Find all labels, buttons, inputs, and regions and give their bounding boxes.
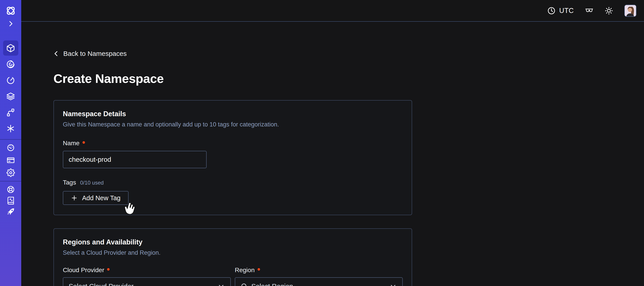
- timezone-button[interactable]: UTC: [547, 6, 574, 15]
- cloud-provider-label: Cloud Provider: [63, 267, 231, 274]
- gauge-icon: [6, 143, 15, 152]
- sidebar-item-credit-card[interactable]: [4, 154, 18, 166]
- topbar: UTC: [21, 0, 644, 22]
- tags-header: Tags 0/10 used: [63, 179, 403, 186]
- region-fields-row: Cloud Provider Select Cloud Provider Reg…: [63, 267, 403, 286]
- cube-icon: [6, 43, 15, 53]
- cloud-provider-placeholder: Select Cloud Provider: [69, 283, 214, 286]
- sidebar-item-spiral[interactable]: [3, 56, 18, 72]
- glasses-button[interactable]: [585, 6, 594, 15]
- sidebar-expand-button[interactable]: [6, 19, 15, 28]
- required-dot: [258, 268, 260, 271]
- search-icon: [240, 283, 248, 286]
- sidebar-item-branch[interactable]: [3, 105, 18, 120]
- region-select[interactable]: Select Region: [235, 277, 403, 286]
- sidebar-account-nav: [4, 142, 18, 179]
- add-new-tag-button[interactable]: Add New Tag: [63, 191, 128, 205]
- namespace-name-input[interactable]: [63, 151, 206, 168]
- sidebar-item-layers[interactable]: [3, 89, 18, 104]
- sidebar-help-nav: [4, 184, 18, 217]
- card-title: Namespace Details: [63, 110, 403, 118]
- glasses-icon: [585, 6, 594, 15]
- chevron-down-icon: [217, 283, 225, 286]
- avatar-image: [625, 5, 636, 16]
- credit-card-icon: [6, 156, 15, 164]
- name-field-label: Name: [63, 140, 403, 147]
- back-link[interactable]: Back to Namespaces: [52, 50, 126, 57]
- app-root: UTC: [0, 0, 644, 286]
- required-dot: [82, 141, 85, 144]
- content: Back to Namespaces Create Namespace Name…: [21, 22, 644, 286]
- page-title: Create Namespace: [54, 71, 644, 86]
- sidebar-item-asterisk[interactable]: [3, 121, 18, 136]
- layers-icon: [6, 92, 15, 101]
- asterisk-icon: [6, 124, 15, 133]
- life-buoy-icon: [6, 185, 15, 194]
- sidebar-item-cube[interactable]: [3, 40, 18, 56]
- sun-icon: [605, 6, 613, 15]
- cloud-provider-field: Cloud Provider Select Cloud Provider: [63, 267, 231, 286]
- theme-toggle-button[interactable]: [605, 6, 613, 15]
- sidebar-item-gauge[interactable]: [4, 142, 18, 154]
- card-title: Regions and Availability: [63, 238, 403, 246]
- region-label: Region: [235, 267, 403, 274]
- required-dot: [107, 268, 110, 271]
- gear-icon: [6, 168, 15, 177]
- sidebar-primary-nav: [3, 40, 18, 136]
- chevron-down-icon: [389, 283, 397, 286]
- sidebar-item-book[interactable]: [4, 195, 18, 206]
- tags-label: Tags: [63, 179, 76, 186]
- sidebar-item-gear[interactable]: [4, 167, 18, 179]
- temporal-logo-icon: [4, 4, 17, 17]
- main-column: UTC: [21, 0, 644, 286]
- regions-card: Regions and Availability Select a Cloud …: [54, 228, 412, 286]
- user-avatar[interactable]: [624, 5, 636, 17]
- sidebar-divider: [0, 139, 21, 140]
- rocket-icon: [6, 208, 15, 216]
- branch-icon: [6, 108, 15, 117]
- sidebar-item-rocket[interactable]: [4, 206, 18, 217]
- plus-icon: [71, 195, 78, 201]
- back-link-label: Back to Namespaces: [63, 50, 126, 57]
- sidebar-divider: [0, 181, 21, 181]
- region-placeholder: Select Region: [251, 283, 386, 286]
- card-description: Select a Cloud Provider and Region.: [63, 249, 403, 256]
- region-field: Region Select Region: [235, 267, 403, 286]
- timer-icon: [6, 76, 15, 85]
- add-new-tag-label: Add New Tag: [82, 194, 120, 202]
- chevron-left-icon: [52, 50, 60, 57]
- card-description: Give this Namespace a name and optionall…: [63, 121, 403, 128]
- cloud-provider-select[interactable]: Select Cloud Provider: [63, 277, 231, 286]
- sidebar-item-life-buoy[interactable]: [4, 184, 18, 195]
- sidebar-item-timer[interactable]: [3, 73, 18, 88]
- book-sparkles-icon: [6, 196, 15, 205]
- sidebar: [0, 0, 21, 286]
- tags-counter: 0/10 used: [80, 180, 104, 186]
- timezone-label: UTC: [559, 7, 574, 15]
- namespace-details-card: Namespace Details Give this Namespace a …: [54, 100, 412, 215]
- spiral-icon: [6, 60, 15, 69]
- clock-icon: [547, 6, 556, 15]
- chevron-right-icon: [7, 20, 14, 27]
